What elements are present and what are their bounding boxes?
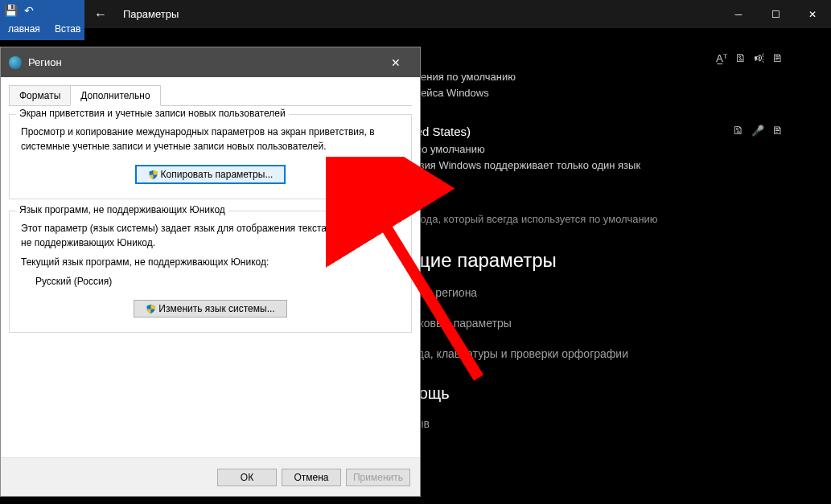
dialog-footer: ОК Отмена Применить [1, 457, 420, 496]
group-description: Просмотр и копирование международных пар… [21, 125, 400, 154]
settings-titlebar: ← Параметры ─ ☐ ✕ [84, 0, 831, 28]
uac-shield-icon [148, 170, 158, 180]
region-close-button[interactable]: ✕ [380, 56, 412, 69]
cancel-button[interactable]: Отмена [282, 469, 341, 486]
globe-icon [9, 56, 22, 69]
handwriting-icon: 🖹 [772, 125, 783, 137]
undo-icon[interactable]: ↶ [24, 4, 34, 17]
link-admin-lang[interactable]: нь зыковые параметры [390, 317, 799, 330]
uac-shield-icon [146, 304, 156, 314]
link-feedback[interactable]: ь отзыв [390, 417, 799, 430]
tab-content: Экран приветствия и учетные записи новых… [9, 105, 412, 471]
help-header: помощь [390, 384, 799, 403]
maximize-button[interactable]: ☐ [757, 0, 794, 28]
non-unicode-group: Язык программ, не поддерживающих Юникод … [9, 211, 412, 333]
ribbon-tab-home[interactable]: лавная [0, 20, 48, 38]
language-item-1[interactable]: й риложения по умолчанию нтерфейса Windo… [390, 52, 799, 100]
link-datetime[interactable]: емени и региона [390, 286, 799, 299]
display-lang-icon: A̲ᵀ [716, 52, 727, 64]
back-button[interactable]: ← [84, 7, 117, 22]
default-input-text: тод ввода, который всегда используется п… [390, 213, 799, 225]
ok-button[interactable]: ОК [217, 469, 277, 486]
language-item-2[interactable]: (United States) вода по умолчанию лиценз… [390, 125, 799, 189]
link-typing[interactable]: а ввода, клавиатуры и проверки орфографи… [390, 347, 799, 360]
group-title: Язык программ, не поддерживающих Юникод [16, 204, 228, 215]
speech-icon: 🎤 [751, 125, 764, 137]
ribbon-tab-insert[interactable]: Встав [47, 20, 88, 38]
region-title: Регион [28, 56, 380, 68]
related-settings-header: ующие параметры [390, 249, 799, 272]
current-label: Текущий язык программ, не поддерживающих… [21, 255, 400, 269]
lang-feature-icons: A̲ᵀ 🖻 🕬 🖹 [716, 52, 783, 64]
tab-formats[interactable]: Форматы [9, 85, 71, 106]
apply-button[interactable]: Применить [346, 469, 410, 486]
close-button[interactable]: ✕ [794, 0, 831, 28]
current-system-locale: Русский (Россия) [35, 274, 400, 289]
tts-icon: 🖻 [735, 52, 746, 64]
tab-strip: Форматы Дополнительно [1, 77, 420, 106]
tts-icon: 🖻 [733, 125, 743, 137]
welcome-screen-group: Экран приветствия и учетные записи новых… [9, 114, 412, 199]
minimize-button[interactable]: ─ [720, 0, 757, 28]
region-titlebar: Регион ✕ [1, 47, 420, 77]
handwriting-icon: 🖹 [772, 52, 783, 64]
speech-icon: 🕬 [754, 52, 764, 64]
save-icon[interactable]: 💾 [4, 4, 18, 17]
region-dialog: Регион ✕ Форматы Дополнительно Экран при… [0, 47, 421, 497]
copy-settings-button[interactable]: Копировать параметры... [135, 165, 286, 184]
change-system-locale-button[interactable]: Изменить язык системы... [134, 300, 286, 318]
tab-advanced[interactable]: Дополнительно [70, 85, 160, 106]
settings-title: Параметры [117, 8, 720, 20]
quick-access-toolbar: 💾 ↶ [4, 4, 34, 17]
group-description: Этот параметр (язык системы) задает язык… [21, 221, 400, 250]
group-title: Экран приветствия и учетные записи новых… [16, 108, 289, 119]
lang-feature-icons: 🖻 🎤 🖹 [733, 125, 783, 137]
